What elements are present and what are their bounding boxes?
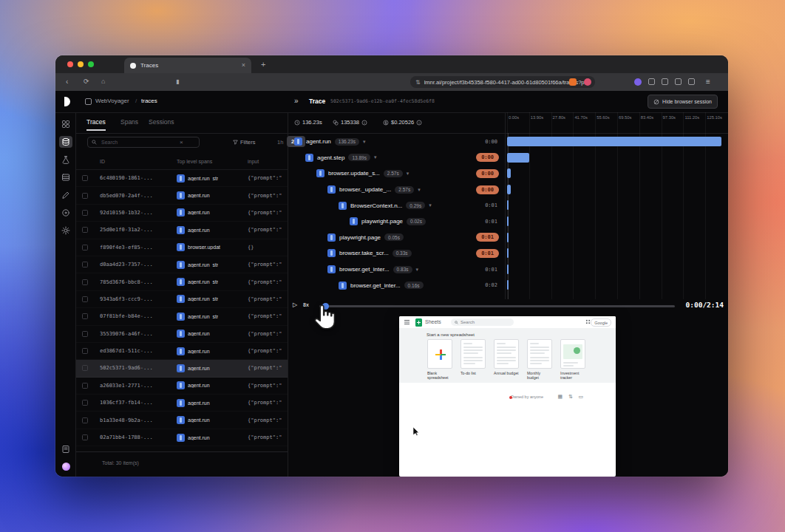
- extension-rocket-icon[interactable]: [584, 78, 591, 86]
- span-row[interactable]: browser._update_...2.57s▾0:00: [288, 182, 505, 198]
- tab-spans[interactable]: Spans: [120, 118, 138, 126]
- chat-icon[interactable]: [648, 78, 655, 85]
- seek-bar[interactable]: [319, 305, 675, 307]
- home-icon[interactable]: ⌂: [101, 77, 105, 86]
- tab-traces[interactable]: Traces: [86, 118, 106, 126]
- evaluations-icon[interactable]: [59, 154, 72, 166]
- row-checkbox[interactable]: [82, 279, 88, 285]
- chevron-down-icon[interactable]: ▾: [418, 187, 421, 193]
- timeline-bar[interactable]: [507, 216, 509, 226]
- search-input[interactable]: [100, 139, 177, 146]
- play-icon[interactable]: ▷: [293, 301, 297, 308]
- user-avatar[interactable]: [62, 463, 70, 471]
- timeline-bar[interactable]: [507, 265, 509, 274]
- span-row[interactable]: browser.update_s...2.57s▾0:00: [288, 166, 505, 182]
- row-checkbox[interactable]: [82, 365, 88, 371]
- dashboard-icon[interactable]: [59, 118, 72, 130]
- row-checkbox[interactable]: [82, 434, 88, 440]
- tab-close-icon[interactable]: ×: [242, 62, 245, 69]
- docs-icon[interactable]: [59, 443, 72, 455]
- breadcrumb-section[interactable]: traces: [141, 98, 157, 104]
- sidebar-toggle-icon[interactable]: [662, 78, 668, 85]
- table-row[interactable]: 35539076-a46f-...agent.run{"prompt":"g: [76, 326, 288, 343]
- span-start-time[interactable]: 0:01: [476, 233, 499, 242]
- row-checkbox[interactable]: [82, 227, 88, 233]
- range-1h-button[interactable]: 1h: [277, 139, 283, 146]
- row-checkbox[interactable]: [82, 348, 88, 354]
- table-row[interactable]: f890f4e3-ef85-...browser.updat{}: [76, 239, 288, 256]
- timeline-bar[interactable]: [507, 168, 511, 178]
- span-row[interactable]: playwright.page0.05s0:01: [288, 230, 505, 246]
- span-start-time[interactable]: 0:00: [476, 153, 499, 162]
- url-bar[interactable]: ⇅ lmnr.ai/project/f3b45358-f580-4417-ad0…: [410, 76, 595, 88]
- span-row[interactable]: BrowserContext.n...0.29s▾0:01: [288, 197, 505, 214]
- span-row[interactable]: browser.take_scr...0.33s0:01: [288, 245, 505, 262]
- chevron-down-icon[interactable]: ▾: [416, 267, 419, 273]
- settings-icon[interactable]: [59, 225, 72, 236]
- table-row[interactable]: 92d10150-1b32-...agent.run{"prompt":"g: [76, 205, 288, 222]
- row-checkbox[interactable]: [82, 417, 88, 423]
- hide-browser-session-button[interactable]: Hide browser session: [648, 95, 718, 109]
- share-icon[interactable]: [688, 78, 695, 85]
- row-checkbox[interactable]: [82, 210, 88, 216]
- collapse-panel-icon[interactable]: »: [294, 97, 299, 105]
- extension-shield-icon[interactable]: [569, 78, 577, 86]
- browser-tab[interactable]: Traces ×: [124, 58, 251, 73]
- media-icon[interactable]: [675, 78, 682, 85]
- table-row[interactable]: 02a71bb4-1788-...agent.run{"prompt":"g: [76, 429, 288, 446]
- profile-icon[interactable]: [634, 78, 642, 86]
- span-start-time[interactable]: 0:00: [476, 185, 499, 194]
- menu-icon[interactable]: ≡: [706, 78, 710, 86]
- timeline-bar[interactable]: [507, 153, 529, 163]
- table-row[interactable]: b1a33e48-9b2a-...agent.run{"prompt":"g: [76, 412, 288, 429]
- site-settings-icon[interactable]: ⇅: [415, 79, 421, 86]
- playground-icon[interactable]: [59, 207, 72, 219]
- table-row[interactable]: 9343a6f3-ccc9-...agent.run_str{"prompt":…: [76, 291, 288, 308]
- span-start-time[interactable]: 0:00: [476, 169, 499, 178]
- table-row[interactable]: 785d3676-bbc8-...agent.run_str{"prompt":…: [76, 273, 288, 290]
- timeline-bar[interactable]: [507, 233, 509, 242]
- timeline-bar[interactable]: [507, 200, 509, 210]
- reload-icon[interactable]: ⟳: [84, 77, 89, 86]
- row-checkbox[interactable]: [82, 400, 88, 406]
- breadcrumb-project[interactable]: WebVoyager: [95, 98, 129, 104]
- row-checkbox[interactable]: [82, 331, 88, 337]
- timeline-bar[interactable]: [507, 185, 511, 194]
- row-checkbox[interactable]: [82, 313, 88, 319]
- traces-icon[interactable]: [59, 136, 72, 148]
- tab-sessions[interactable]: Sessions: [149, 118, 174, 126]
- timeline-bar[interactable]: [507, 248, 509, 258]
- table-row[interactable]: 25d0e1f0-31a2-...agent.run{"prompt":"g: [76, 222, 288, 239]
- table-row[interactable]: 1036cf37-fb14-...agent.run{"prompt":"g: [76, 395, 288, 412]
- device-icon[interactable]: ▮: [176, 77, 179, 86]
- chevron-down-icon[interactable]: ▾: [374, 154, 377, 160]
- new-tab-button[interactable]: +: [261, 61, 265, 69]
- clear-search-icon[interactable]: ×: [180, 139, 183, 146]
- span-row[interactable]: playwright.page0.02s0:01: [288, 214, 505, 230]
- zoom-window-button[interactable]: [88, 61, 94, 67]
- playback-speed[interactable]: 8x: [303, 302, 309, 307]
- span-row[interactable]: agent.run136.23s▾0:00: [288, 134, 505, 150]
- datasets-icon[interactable]: [59, 171, 72, 183]
- row-checkbox[interactable]: [82, 175, 88, 181]
- timeline-bar[interactable]: [507, 280, 509, 290]
- table-row[interactable]: 07f81bfe-b84e-...agent.run_str{"prompt":…: [76, 308, 288, 325]
- back-icon[interactable]: ‹: [66, 77, 68, 86]
- row-checkbox[interactable]: [82, 296, 88, 302]
- row-checkbox[interactable]: [82, 262, 88, 267]
- span-start-time[interactable]: 0:01: [476, 249, 499, 258]
- table-row[interactable]: db5ed070-2a4f-...agent.run{"prompt":"g: [76, 187, 288, 204]
- timeline-panel[interactable]: 0.00s13.90s27.80s41.70s55.60s69.50s83.40…: [505, 112, 728, 299]
- chevron-down-icon[interactable]: ▾: [429, 202, 432, 208]
- row-checkbox[interactable]: [82, 245, 88, 250]
- chevron-down-icon[interactable]: ▾: [407, 171, 410, 177]
- table-row[interactable]: ed3867d1-511c-...agent.run{"prompt":"g: [76, 343, 288, 360]
- span-row[interactable]: browser.get_inter...0.83s▾0:01: [288, 262, 505, 278]
- table-row[interactable]: a26033e1-2771-...agent.run{"prompt":"g: [76, 378, 288, 395]
- table-row[interactable]: d0aa4d23-7357-...agent.run_str{"prompt":…: [76, 256, 288, 273]
- chevron-down-icon[interactable]: ▾: [363, 139, 366, 145]
- row-checkbox[interactable]: [82, 193, 88, 199]
- close-window-button[interactable]: [67, 61, 73, 67]
- table-row[interactable]: 6c480190-1861-...agent.run_str{"prompt":…: [76, 170, 288, 187]
- timeline-bar[interactable]: [507, 137, 721, 146]
